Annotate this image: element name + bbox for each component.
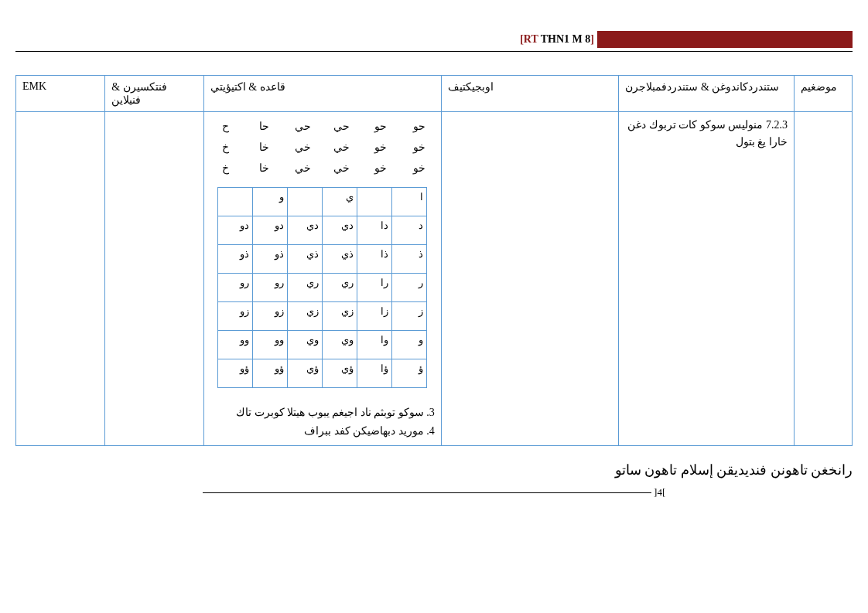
cell-akt: حو حو حي حي حا ح خو خو خي خي خا خ خو خو … bbox=[203, 112, 441, 446]
rt-label: [RT THN1 M 8] bbox=[520, 33, 594, 46]
footer: رانخغن تاهونن فنديديقن إسلام تاهون ساتو bbox=[15, 461, 853, 478]
cell-pen bbox=[105, 112, 204, 446]
cell-emk bbox=[16, 112, 105, 446]
page-number: ]4[ bbox=[15, 486, 853, 499]
red-bar bbox=[597, 31, 853, 48]
activity-4: 4. موريد دبهاضيكن كفد ببراف bbox=[210, 422, 435, 441]
col-maudu: موضغيم bbox=[794, 76, 852, 112]
col-emk: EMK bbox=[16, 76, 105, 112]
syllable-grid: حو حو حي حي حا ح خو خو خي خي خا خ خو خو … bbox=[210, 120, 435, 175]
activity-3: 3. سوكو توبثم ناد اجيغم يبوب هيتلا كوبرت… bbox=[210, 404, 435, 422]
main-table: EMK فنتكسيرن & فنيلاين قاعده & اكتيؤيتي … bbox=[15, 75, 853, 446]
col-std: ستندردكاندوغن & ستندردفمبلاجرن bbox=[619, 76, 795, 112]
cell-obj bbox=[441, 112, 619, 446]
cell-maudu bbox=[794, 112, 852, 446]
col-pen: فنتكسيرن & فنيلاين bbox=[105, 76, 204, 112]
col-obj: اوبجيكتيف bbox=[441, 76, 619, 112]
col-akt: قاعده & اكتيؤيتي bbox=[203, 76, 441, 112]
footer-line: رانخغن تاهونن فنديديقن إسلام تاهون ساتو bbox=[15, 461, 853, 478]
cell-std: 7.2.3 منوليس سوكو كات تربوك دغن خارا يغ … bbox=[619, 112, 795, 446]
header-bar: [RT THN1 M 8] bbox=[15, 31, 853, 52]
inner-table: ا ي و د دا دي دي دو دو bbox=[217, 187, 427, 388]
activity-lines: 3. سوكو توبثم ناد اجيغم يبوب هيتلا كوبرت… bbox=[210, 404, 435, 441]
standard-text: 7.2.3 منوليس سوكو كات تربوك دغن خارا يغ … bbox=[625, 117, 788, 152]
